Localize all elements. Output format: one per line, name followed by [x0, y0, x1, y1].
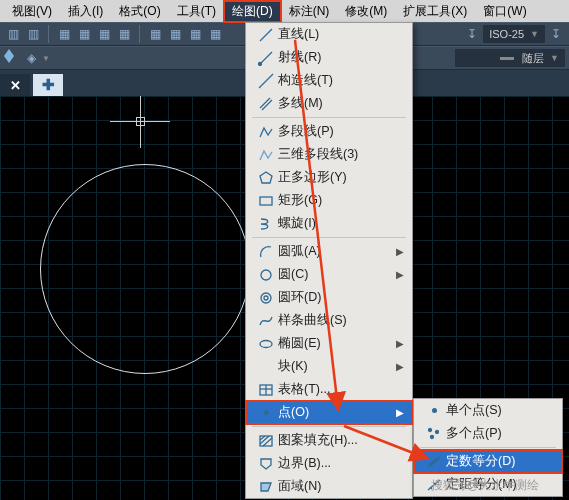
menu-item-label: 圆(C): [278, 266, 384, 283]
point-icon: [254, 410, 278, 415]
toolbar-separator: [139, 25, 140, 43]
toolbar-icon[interactable]: ▥: [4, 25, 22, 43]
ellipse-icon: [254, 336, 278, 352]
menu-divider: [252, 117, 406, 118]
menu-item[interactable]: 螺旋(I): [246, 212, 412, 235]
menu-item[interactable]: 直线(L): [246, 23, 412, 46]
submenu-arrow-icon: ▶: [396, 246, 404, 257]
toolbar-icon[interactable]: ▥: [24, 25, 42, 43]
toolbar-icon[interactable]: ↧: [463, 25, 481, 43]
draw-menu: 直线(L)射线(R)构造线(T)多线(M)多段线(P)三维多段线(3)正多边形(…: [245, 22, 413, 499]
menu-item[interactable]: 块(K)▶: [246, 355, 412, 378]
svg-point-10: [264, 296, 268, 300]
menu-item[interactable]: 图案填充(H)...: [246, 429, 412, 452]
new-tab-button[interactable]: ✚: [33, 74, 63, 96]
svg-point-9: [261, 293, 271, 303]
toolbar-icon[interactable]: ↧: [547, 25, 565, 43]
menu-item-label: 螺旋(I): [278, 215, 384, 232]
svg-point-21: [431, 435, 434, 438]
menu-item-label: 正多边形(Y): [278, 169, 384, 186]
menu-item[interactable]: 多段线(P): [246, 120, 412, 143]
svg-point-2: [259, 62, 262, 65]
menu-item-label: 圆环(D): [278, 289, 384, 306]
toolbar-icon[interactable]: ▦: [186, 25, 204, 43]
menu-item[interactable]: 圆(C)▶: [246, 263, 412, 286]
menu-item[interactable]: 圆弧(A)▶: [246, 240, 412, 263]
toolbar-icon[interactable]: [4, 49, 20, 67]
menu-item[interactable]: 样条曲线(S): [246, 309, 412, 332]
menu-item[interactable]: 矩形(G): [246, 189, 412, 212]
menu-item[interactable]: 单个点(S): [414, 399, 562, 422]
menu-item-label: 多段线(P): [278, 123, 384, 140]
toolbar-icon[interactable]: ▦: [95, 25, 113, 43]
chevron-down-icon[interactable]: ▼: [42, 54, 50, 63]
submenu-arrow-icon: ▶: [396, 407, 404, 418]
menu-item[interactable]: 窗口(W): [475, 1, 534, 22]
svg-rect-15: [260, 436, 272, 446]
close-tab-button[interactable]: ✕: [0, 74, 30, 96]
menu-item[interactable]: 视图(V): [4, 1, 60, 22]
menu-item[interactable]: 正多边形(Y): [246, 166, 412, 189]
menu-item[interactable]: 点(O)▶: [246, 401, 412, 424]
menu-item-label: 构造线(T): [278, 72, 384, 89]
watermark-text: 搜狐号@大水牛测绘: [431, 477, 539, 494]
menu-item-label: 块(K): [278, 358, 384, 375]
menu-item-label: 单个点(S): [446, 402, 534, 419]
circle-entity[interactable]: [40, 164, 250, 374]
svg-rect-7: [260, 197, 272, 205]
menu-item[interactable]: 三维多段线(3): [246, 143, 412, 166]
menu-bar: 视图(V)插入(I)格式(O)工具(T)绘图(D)标注(N)修改(M)扩展工具(…: [0, 0, 569, 22]
circle-icon: [254, 267, 278, 283]
toolbar-icon[interactable]: ▦: [206, 25, 224, 43]
menu-item[interactable]: 面域(N): [246, 475, 412, 498]
line-icon: [254, 27, 278, 43]
mline-icon: [254, 96, 278, 112]
toolbar-separator: [48, 25, 49, 43]
layer-value: 随层: [522, 51, 544, 66]
toolbar-icon[interactable]: ▦: [115, 25, 133, 43]
menu-item[interactable]: 扩展工具(X): [395, 1, 475, 22]
line-preview-icon: [500, 57, 514, 60]
menu-item[interactable]: 绘图(D): [224, 1, 281, 22]
menu-item[interactable]: 圆环(D): [246, 286, 412, 309]
toolbar-icon[interactable]: ◈: [22, 49, 40, 67]
boundary-icon: [254, 456, 278, 472]
menu-item-label: 面域(N): [278, 478, 384, 495]
menu-item[interactable]: 表格(T)...: [246, 378, 412, 401]
menu-item[interactable]: 椭圆(E)▶: [246, 332, 412, 355]
toolbar-icon[interactable]: ▦: [166, 25, 184, 43]
pline3d-icon: [254, 147, 278, 163]
menu-item-label: 定数等分(D): [446, 453, 534, 470]
menu-item[interactable]: 工具(T): [169, 1, 224, 22]
xline-icon: [254, 73, 278, 89]
toolbar-icon[interactable]: ▦: [55, 25, 73, 43]
menu-item[interactable]: 多线(M): [246, 92, 412, 115]
submenu-arrow-icon: ▶: [396, 338, 404, 349]
menu-item[interactable]: 定数等分(D): [414, 450, 562, 473]
menu-item-label: 射线(R): [278, 49, 384, 66]
svg-line-0: [260, 29, 272, 41]
menu-item-label: 多线(M): [278, 95, 384, 112]
menu-item[interactable]: 修改(M): [337, 1, 395, 22]
hatch-icon: [254, 433, 278, 449]
menu-item[interactable]: 插入(I): [60, 1, 111, 22]
pt-multi-icon: [422, 426, 446, 442]
menu-item-label: 样条曲线(S): [278, 312, 384, 329]
svg-point-23: [430, 463, 433, 466]
menu-item[interactable]: 构造线(T): [246, 69, 412, 92]
table-icon: [254, 382, 278, 398]
layer-combo[interactable]: 随层 ▼: [455, 49, 565, 67]
svg-marker-6: [260, 172, 272, 183]
menu-item[interactable]: 射线(R): [246, 46, 412, 69]
dimstyle-combo[interactable]: ISO-25 ▼: [483, 25, 545, 43]
menu-item-label: 圆弧(A): [278, 243, 384, 260]
menu-item[interactable]: 多个点(P): [414, 422, 562, 445]
toolbar-icon[interactable]: ▦: [75, 25, 93, 43]
menu-item[interactable]: 格式(O): [111, 1, 168, 22]
submenu-arrow-icon: ▶: [396, 269, 404, 280]
menu-item[interactable]: 标注(N): [281, 1, 338, 22]
spline-icon: [254, 313, 278, 329]
polygon-icon: [254, 170, 278, 186]
toolbar-icon[interactable]: ▦: [146, 25, 164, 43]
menu-item[interactable]: 边界(B)...: [246, 452, 412, 475]
